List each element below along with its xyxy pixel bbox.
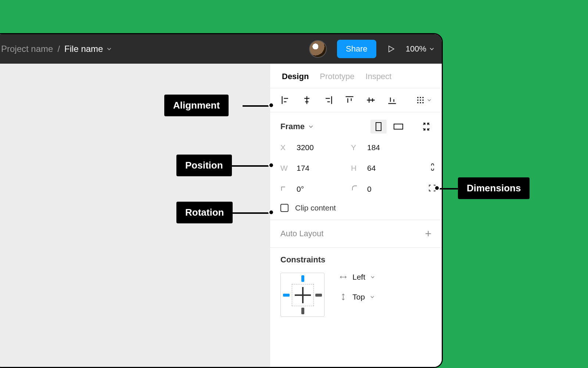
chevron-down-icon: [429, 46, 434, 52]
constraint-v-value: Top: [352, 293, 365, 301]
annotation-lead: [229, 212, 269, 214]
constraints-section: Constraints Left: [270, 247, 442, 324]
app-window: Project name / File name Share 100% Desi…: [0, 33, 443, 368]
panel-tabs: Design Prototype Inspect: [270, 64, 442, 88]
chevron-down-icon: [107, 46, 112, 52]
svg-point-7: [420, 102, 421, 103]
link-dimensions-icon[interactable]: [429, 162, 436, 174]
annotation-dot: [268, 209, 274, 215]
align-bottom-icon[interactable]: [387, 95, 397, 105]
zoom-value: 100%: [406, 44, 426, 54]
align-left-icon[interactable]: [280, 95, 291, 105]
align-top-icon[interactable]: [344, 95, 355, 105]
align-hcenter-icon[interactable]: [302, 95, 312, 105]
project-name[interactable]: Project name: [1, 44, 53, 54]
avatar[interactable]: [309, 40, 327, 58]
chevron-down-icon: [370, 295, 374, 299]
svg-point-0: [417, 97, 419, 98]
design-panel: Design Prototype Inspect: [270, 64, 442, 367]
corner-radius-icon: [351, 184, 361, 194]
constraint-h-dropdown[interactable]: Left: [339, 273, 375, 282]
annotation-dimensions: Dimensions: [458, 177, 530, 199]
topbar: Project name / File name Share 100%: [0, 34, 442, 64]
annotation-dot: [268, 162, 274, 168]
topbar-right: Share 100%: [309, 40, 434, 58]
constraints-widget[interactable]: [280, 273, 325, 317]
tidy-icon[interactable]: [415, 95, 426, 105]
svg-point-3: [417, 99, 419, 101]
tab-inspect[interactable]: Inspect: [366, 72, 392, 81]
svg-rect-9: [376, 123, 381, 131]
value-w[interactable]: 174: [297, 164, 344, 173]
arrow-horizontal-icon: [339, 273, 347, 281]
autolayout-label: Auto Layout: [280, 229, 323, 238]
clip-content-label: Clip content: [295, 204, 336, 212]
align-right-icon[interactable]: [323, 95, 333, 105]
label-x: X: [280, 143, 290, 152]
breadcrumb-sep: /: [57, 44, 60, 54]
file-name[interactable]: File name: [64, 44, 112, 54]
frame-type-label: Frame: [280, 122, 305, 131]
play-icon[interactable]: [387, 45, 395, 53]
svg-point-2: [422, 97, 424, 98]
orientation-landscape[interactable]: [390, 120, 406, 134]
add-autolayout-icon[interactable]: +: [425, 227, 431, 240]
constraint-h-value: Left: [352, 273, 365, 282]
annotation-dot: [434, 185, 440, 191]
svg-point-4: [420, 99, 421, 101]
file-name-label: File name: [64, 44, 103, 54]
alignment-section: [270, 88, 442, 112]
chevron-down-icon: [370, 275, 375, 279]
value-y[interactable]: 184: [367, 143, 415, 152]
clip-content-checkbox[interactable]: [280, 204, 288, 212]
rotation-icon: [280, 184, 290, 194]
annotation-lead: [440, 188, 459, 190]
orientation-portrait[interactable]: [370, 120, 387, 134]
annotation-position: Position: [176, 155, 232, 176]
label-h: H: [351, 164, 361, 173]
annotation-dot: [268, 102, 274, 108]
svg-point-5: [422, 99, 424, 101]
frame-type-dropdown[interactable]: Frame: [280, 122, 313, 131]
svg-point-8: [422, 102, 424, 103]
arrow-vertical-icon: [339, 293, 347, 301]
tab-prototype[interactable]: Prototype: [320, 72, 354, 81]
frame-section: Frame X 3200 Y 184 W 174 H 64: [270, 112, 442, 220]
value-x[interactable]: 3200: [297, 143, 344, 152]
zoom-dropdown[interactable]: 100%: [406, 44, 434, 54]
svg-point-1: [420, 97, 421, 98]
annotation-lead: [243, 105, 269, 107]
share-button[interactable]: Share: [337, 40, 376, 58]
autolayout-section: Auto Layout +: [270, 220, 442, 247]
svg-point-6: [417, 102, 419, 103]
align-vcenter-icon[interactable]: [366, 95, 376, 105]
constraint-v-dropdown[interactable]: Top: [339, 293, 375, 301]
svg-rect-10: [394, 124, 403, 129]
breadcrumb: Project name / File name: [1, 44, 112, 54]
label-w: W: [280, 164, 290, 173]
chevron-down-icon[interactable]: [427, 98, 431, 102]
constraints-title: Constraints: [280, 255, 431, 265]
value-rotation[interactable]: 0°: [297, 185, 344, 194]
annotation-lead: [229, 165, 269, 167]
tab-design[interactable]: Design: [282, 72, 309, 81]
label-y: Y: [351, 143, 361, 152]
value-h[interactable]: 64: [367, 164, 415, 173]
annotation-alignment: Alignment: [164, 95, 229, 116]
chevron-down-icon: [308, 124, 313, 129]
value-radius[interactable]: 0: [367, 185, 415, 194]
resize-to-fit-icon[interactable]: [421, 121, 431, 132]
annotation-rotation: Rotation: [176, 202, 233, 223]
